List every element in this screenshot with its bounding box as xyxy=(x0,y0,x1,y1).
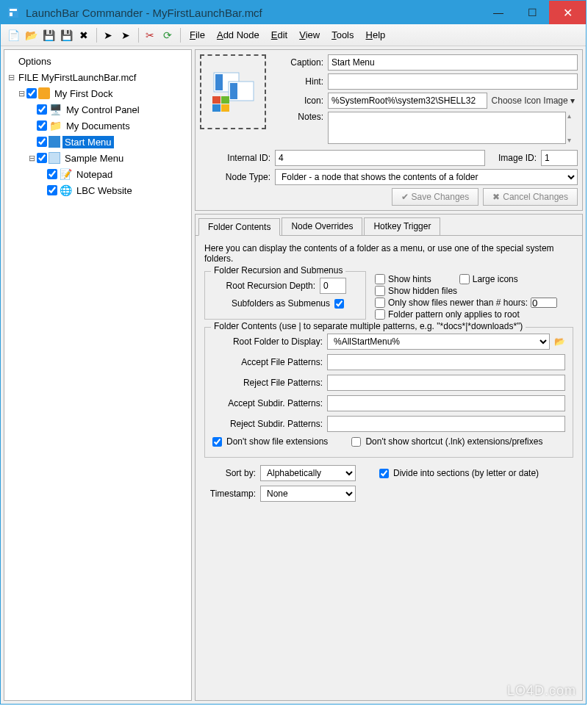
reject-sub-input[interactable] xyxy=(327,416,565,432)
outdent-icon[interactable]: ➤ xyxy=(118,27,134,43)
node-form: Caption: Hint: Icon: Choose Icon Image ▾ xyxy=(195,49,583,211)
root-recursion-input[interactable] xyxy=(320,278,346,294)
subfolders-checkbox[interactable] xyxy=(334,299,344,309)
caption-input[interactable] xyxy=(328,54,578,71)
dont-show-lnk-checkbox[interactable] xyxy=(351,437,361,447)
large-icons-checkbox[interactable] xyxy=(459,274,470,284)
save-icon[interactable]: 💾 xyxy=(40,27,57,43)
tree-item-notepad[interactable]: 📝 Notepad xyxy=(6,166,190,182)
timestamp-select[interactable]: None xyxy=(260,486,356,502)
tree-dock[interactable]: ⊟ My First Dock xyxy=(6,85,190,101)
menu-view[interactable]: View xyxy=(293,27,326,43)
watermark: LO4D.com xyxy=(507,683,576,699)
accept-file-label: Accept File Patterns: xyxy=(212,357,323,367)
icon-label: Icon: xyxy=(272,96,323,106)
dock-icon xyxy=(38,87,50,99)
menu-addnode[interactable]: Add Node xyxy=(211,27,265,43)
nodetype-select[interactable]: Folder - a node that shows the contents … xyxy=(275,169,578,185)
internalid-input[interactable] xyxy=(275,150,485,166)
checkbox[interactable] xyxy=(47,185,57,195)
tree-options[interactable]: Options xyxy=(6,53,190,69)
only-newer-checkbox[interactable] xyxy=(375,298,385,308)
menu-tools[interactable]: Tools xyxy=(326,27,359,43)
menu-help[interactable]: Help xyxy=(360,27,392,43)
checkbox[interactable] xyxy=(37,153,47,163)
reject-file-label: Reject File Patterns: xyxy=(212,378,323,388)
saveall-icon[interactable]: 💾 xyxy=(58,27,74,43)
new-icon[interactable]: 📄 xyxy=(5,27,21,43)
window-controls: — ☐ ✕ xyxy=(481,1,586,24)
open-icon[interactable]: 📂 xyxy=(23,27,39,43)
menu-file[interactable]: File xyxy=(184,27,211,43)
checkbox[interactable] xyxy=(37,120,47,131)
checkbox[interactable] xyxy=(26,88,37,98)
collapse-icon[interactable]: ⊟ xyxy=(6,73,16,82)
hint-input[interactable] xyxy=(328,73,578,90)
show-hints-checkbox[interactable] xyxy=(375,274,385,284)
window-title: LaunchBar Commander - MyFirstLaunchBar.m… xyxy=(26,7,481,19)
pattern-root-checkbox[interactable] xyxy=(375,309,385,320)
scroll-down-icon[interactable]: ▾ xyxy=(567,136,578,144)
maximize-button[interactable]: ☐ xyxy=(515,1,549,24)
tab-node-overrides[interactable]: Node Overrides xyxy=(282,217,362,235)
tree-item-sample[interactable]: ⊟ Sample Menu xyxy=(6,150,190,166)
sortby-select[interactable]: Alphabetically xyxy=(260,465,356,481)
root-folder-select[interactable]: %AllStartMenu% xyxy=(327,334,550,350)
documents-icon: 📁 xyxy=(49,119,62,132)
show-hidden-checkbox[interactable] xyxy=(375,286,385,296)
choose-icon-button[interactable]: Choose Icon Image ▾ xyxy=(492,96,578,106)
notes-input[interactable] xyxy=(328,112,566,144)
scroll-up-icon[interactable]: ▴ xyxy=(567,112,578,120)
titlebar: LaunchBar Commander - MyFirstLaunchBar.m… xyxy=(1,1,586,24)
menu-icon xyxy=(49,152,60,164)
subfolders-label: Subfolders as Submenus xyxy=(212,298,330,309)
checkbox[interactable] xyxy=(47,169,57,179)
tree-item-start[interactable]: Start Menu xyxy=(6,134,190,150)
dont-show-ext-checkbox[interactable] xyxy=(212,437,222,447)
save-button[interactable]: ✔ Save Changes xyxy=(392,188,479,206)
right-panel: Caption: Hint: Icon: Choose Icon Image ▾ xyxy=(195,49,583,701)
checkbox[interactable] xyxy=(37,104,47,115)
reject-sub-label: Reject Subdir. Patterns: xyxy=(212,419,323,429)
menu-edit[interactable]: Edit xyxy=(265,27,293,43)
cut-icon[interactable]: ✂ xyxy=(142,27,158,43)
separator xyxy=(138,28,139,43)
browse-icon[interactable]: 📂 xyxy=(554,336,565,347)
tree-file[interactable]: ⊟ FILE MyFirstLaunchBar.mcf xyxy=(6,69,190,85)
svg-rect-8 xyxy=(212,96,220,104)
tab-hotkey-trigger[interactable]: Hotkey Trigger xyxy=(364,217,440,235)
imageid-input[interactable] xyxy=(541,150,578,166)
tree-item-lbc[interactable]: 🌐 LBC Website xyxy=(6,182,190,198)
icon-preview[interactable] xyxy=(200,54,266,129)
tab-folder-contents[interactable]: Folder Contents xyxy=(198,218,280,236)
internalid-label: Internal ID: xyxy=(200,153,270,163)
close-button[interactable]: ✕ xyxy=(549,1,586,24)
tree-item-control[interactable]: 🖥️ My Control Panel xyxy=(6,101,190,118)
notepad-icon: 📝 xyxy=(59,168,72,181)
svg-rect-9 xyxy=(221,96,229,104)
tabs-area: Folder Contents Node Overrides Hotkey Tr… xyxy=(195,214,583,701)
svg-rect-4 xyxy=(215,74,223,90)
notes-label: Notes: xyxy=(272,112,323,122)
refresh-icon[interactable]: ⟳ xyxy=(159,27,176,43)
indent-icon[interactable]: ➤ xyxy=(100,27,116,43)
collapse-icon[interactable]: ⊟ xyxy=(26,154,37,163)
root-recursion-label: Root Recursion Depth: xyxy=(212,281,315,291)
startmenu-icon xyxy=(49,136,60,148)
only-newer-input[interactable] xyxy=(531,298,557,308)
checkbox[interactable] xyxy=(37,137,47,147)
caption-label: Caption: xyxy=(272,57,323,68)
accept-file-input[interactable] xyxy=(327,354,565,370)
icon-input[interactable] xyxy=(328,93,487,109)
reject-file-input[interactable] xyxy=(327,375,565,391)
cancel-button[interactable]: ✖ Cancel Changes xyxy=(483,188,578,206)
toolbar: 📄 📂 💾 💾 ✖ ➤ ➤ ✂ ⟳ File Add Node Edit Vie… xyxy=(1,24,586,46)
minimize-button[interactable]: — xyxy=(481,1,515,24)
tree-item-docs[interactable]: 📁 My Documents xyxy=(6,118,190,134)
divide-checkbox[interactable] xyxy=(379,469,389,478)
tab-body: Here you can display the contents of a f… xyxy=(196,236,582,700)
sortby-label: Sort by: xyxy=(204,468,256,478)
collapse-icon[interactable]: ⊟ xyxy=(16,89,26,98)
accept-sub-input[interactable] xyxy=(327,395,565,411)
delete-icon[interactable]: ✖ xyxy=(76,27,92,43)
